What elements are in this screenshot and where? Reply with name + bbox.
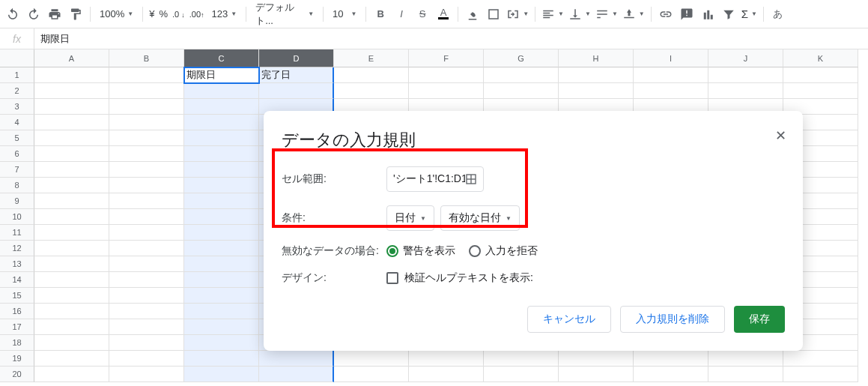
cell[interactable] — [184, 351, 259, 367]
cell[interactable] — [484, 351, 559, 367]
merge-cells-button[interactable]: ▼ — [505, 5, 530, 23]
cell[interactable] — [184, 272, 259, 288]
cell[interactable] — [334, 351, 409, 367]
radio-show-warning[interactable]: 警告を表示 — [386, 244, 455, 258]
cell[interactable] — [34, 335, 109, 351]
row-header[interactable]: 12 — [0, 241, 34, 256]
insert-comment-button[interactable] — [677, 4, 696, 24]
cell[interactable] — [109, 256, 184, 272]
cell[interactable] — [184, 130, 259, 146]
cell[interactable] — [109, 193, 184, 209]
cell[interactable] — [708, 351, 783, 367]
percent-format-button[interactable]: % — [157, 8, 169, 19]
cell[interactable] — [783, 67, 858, 83]
cell[interactable] — [184, 335, 259, 351]
col-header[interactable]: A — [34, 49, 109, 67]
cell[interactable] — [484, 367, 559, 382]
decrease-decimal-button[interactable]: .0 ↓ — [171, 8, 186, 19]
cell[interactable] — [634, 367, 708, 382]
cell[interactable] — [34, 83, 109, 99]
cell[interactable] — [34, 256, 109, 272]
cell[interactable] — [184, 146, 259, 162]
row-header[interactable]: 4 — [0, 115, 34, 130]
cell[interactable] — [34, 115, 109, 130]
more-button[interactable]: あ — [768, 4, 788, 24]
cell-range-input[interactable]: 'シート1'!C1:D100 — [386, 166, 484, 192]
row-header[interactable]: 3 — [0, 99, 34, 115]
insert-chart-button[interactable] — [698, 4, 717, 24]
row-header[interactable]: 1 — [0, 67, 34, 83]
cell[interactable] — [409, 367, 484, 382]
col-header[interactable]: J — [708, 49, 783, 67]
cell[interactable] — [34, 225, 109, 241]
grid-icon[interactable] — [465, 173, 477, 185]
cell[interactable] — [184, 256, 259, 272]
condition-type-select[interactable]: 日付▼ — [386, 205, 434, 231]
row-header[interactable]: 17 — [0, 319, 34, 335]
cell[interactable] — [184, 178, 259, 193]
cell[interactable] — [334, 367, 409, 382]
row-header[interactable]: 15 — [0, 288, 34, 304]
increase-decimal-button[interactable]: .00↑ — [188, 8, 206, 19]
col-header[interactable]: B — [109, 49, 184, 67]
cell[interactable] — [184, 367, 259, 382]
col-header[interactable]: I — [634, 49, 708, 67]
row-header[interactable]: 20 — [0, 367, 34, 382]
cell[interactable] — [109, 304, 184, 319]
cell[interactable] — [559, 367, 634, 382]
delete-rule-button[interactable]: 入力規則を削除 — [620, 306, 725, 333]
cell[interactable] — [109, 241, 184, 256]
cell[interactable] — [109, 209, 184, 225]
cell[interactable] — [634, 351, 708, 367]
print-button[interactable] — [45, 4, 64, 24]
row-header[interactable]: 5 — [0, 130, 34, 146]
cell[interactable] — [559, 67, 634, 83]
col-header[interactable]: K — [783, 49, 858, 67]
row-header[interactable]: 10 — [0, 209, 34, 225]
italic-button[interactable]: I — [392, 4, 411, 24]
row-header[interactable]: 16 — [0, 304, 34, 319]
cell[interactable] — [109, 272, 184, 288]
row-header[interactable]: 14 — [0, 272, 34, 288]
cell[interactable]: 完了日 — [259, 67, 334, 83]
borders-button[interactable] — [484, 4, 503, 24]
cell[interactable] — [634, 83, 708, 99]
cell[interactable] — [109, 288, 184, 304]
row-header[interactable]: 11 — [0, 225, 34, 241]
paint-format-button[interactable] — [66, 4, 85, 24]
cell[interactable] — [259, 351, 334, 367]
help-text-checkbox[interactable] — [386, 272, 398, 284]
cell[interactable] — [109, 367, 184, 382]
cell[interactable] — [708, 67, 783, 83]
cell[interactable] — [783, 83, 858, 99]
currency-format-button[interactable]: ¥ — [148, 8, 156, 19]
cell[interactable] — [484, 67, 559, 83]
cell[interactable] — [109, 335, 184, 351]
cell[interactable] — [184, 304, 259, 319]
font-select[interactable]: デフォルト...▼ — [251, 5, 318, 23]
cell[interactable] — [184, 193, 259, 209]
cell[interactable] — [34, 367, 109, 382]
row-header[interactable]: 18 — [0, 335, 34, 351]
cell[interactable] — [109, 225, 184, 241]
row-header[interactable]: 9 — [0, 193, 34, 209]
cell[interactable] — [109, 99, 184, 115]
cell[interactable] — [34, 130, 109, 146]
cell[interactable] — [34, 67, 109, 83]
row-header[interactable]: 2 — [0, 83, 34, 99]
select-all-corner[interactable] — [0, 49, 34, 67]
col-header[interactable]: C — [184, 49, 259, 67]
row-header[interactable]: 13 — [0, 256, 34, 272]
insert-link-button[interactable] — [656, 4, 676, 24]
cell[interactable] — [184, 99, 259, 115]
cell[interactable] — [34, 162, 109, 178]
cell[interactable] — [109, 178, 184, 193]
cell[interactable] — [334, 67, 409, 83]
cell[interactable] — [334, 83, 409, 99]
cell[interactable] — [34, 241, 109, 256]
cell[interactable] — [109, 162, 184, 178]
cell[interactable] — [184, 241, 259, 256]
vertical-align-button[interactable]: ▼ — [567, 5, 592, 23]
redo-button[interactable] — [24, 4, 43, 24]
cell[interactable] — [184, 209, 259, 225]
